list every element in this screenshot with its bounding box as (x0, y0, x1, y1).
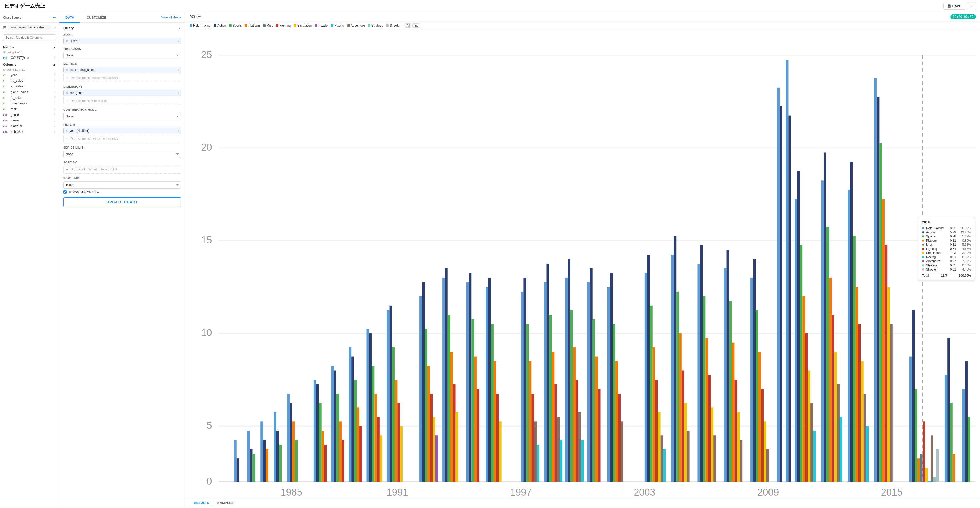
legend-dot (315, 24, 317, 27)
legend-item-simulation[interactable]: Simulation (294, 24, 312, 27)
svg-rect-127 (671, 254, 674, 482)
dimensions-remove-btn[interactable]: ✕ (66, 91, 68, 95)
svg-rect-140 (713, 435, 716, 482)
columns-section-header[interactable]: Columns ▲ (0, 61, 59, 67)
svg-rect-203 (950, 403, 953, 482)
metrics-field-tag[interactable]: ✕ f(x) SUM(jp_sales) › (64, 67, 181, 73)
col-drag-handle[interactable]: ⠿ (54, 79, 56, 83)
time-grain-select[interactable]: None (64, 52, 181, 59)
svg-rect-118 (620, 421, 623, 482)
tooltip-row-pct: 42.26% (958, 230, 971, 234)
svg-rect-108 (587, 282, 590, 482)
legend-item-sports[interactable]: Sports (229, 24, 242, 27)
toggle-inv-btn[interactable]: Inv (412, 24, 420, 27)
svg-rect-134 (697, 264, 700, 482)
col-drag-handle[interactable]: ⠿ (54, 118, 56, 122)
dimensions-drop-zone[interactable]: ＋ Drop columns here or click (64, 97, 181, 105)
legend-item-puzzle[interactable]: Puzzle (315, 24, 328, 27)
legend-item-roleplaying[interactable]: Role-Playing (189, 24, 211, 27)
row-limit-select[interactable]: 10000 (64, 181, 181, 189)
svg-rect-145 (735, 380, 737, 482)
col-drag-handle[interactable]: ⠿ (54, 96, 56, 99)
col-drag-handle[interactable]: ⠿ (54, 90, 56, 94)
legend-item-shooter[interactable]: Shooter (386, 24, 401, 27)
filters-field-tag[interactable]: ✕ year (No filter) › (64, 128, 181, 134)
col-drag-handle[interactable]: ⠿ (54, 73, 56, 77)
column-item-name[interactable]: abc name ⠿ (0, 118, 59, 123)
tab-customize[interactable]: CUSTOMIZE (80, 13, 112, 23)
metric-item-count[interactable]: f(x) COUNT(*) ⚙ ⠿ (0, 55, 59, 61)
col-drag-handle[interactable]: ⠿ (54, 130, 56, 134)
svg-rect-143 (729, 301, 732, 482)
more-button[interactable]: ⋯ (967, 2, 976, 10)
column-item-rank[interactable]: # rank ⠿ (0, 106, 59, 112)
collapse-icon[interactable]: ⇤ (52, 15, 56, 20)
dimensions-field-tag[interactable]: ✕ abc genre › (64, 90, 181, 96)
tab-data[interactable]: DATA (59, 13, 80, 23)
svg-rect-27 (263, 440, 266, 482)
svg-rect-113 (608, 287, 610, 482)
metric-drag-handle[interactable]: ⠿ (54, 56, 56, 59)
dataset-more-icon[interactable]: ⋯ (52, 26, 56, 29)
column-item-eu_sales[interactable]: # eu_sales ⠿ (0, 83, 59, 89)
search-input[interactable] (3, 34, 56, 41)
svg-rect-32 (287, 393, 290, 482)
columns-list: ⊙ year ⠿ # na_sales ⠿ # eu_sales ⠿ # glo… (0, 72, 59, 134)
col-drag-handle[interactable]: ⠿ (54, 85, 56, 88)
update-chart-button[interactable]: UPDATE CHART (64, 197, 181, 207)
view-all-link[interactable]: View all charts (157, 13, 185, 22)
svg-rect-122 (652, 347, 655, 482)
dimensions-type-icon: abc (70, 91, 74, 94)
metrics-remove-btn[interactable]: ✕ (66, 68, 68, 72)
tooltip-total-label: Total (922, 274, 929, 278)
expand-icon[interactable]: ⌄ (973, 501, 976, 505)
legend-item-racing[interactable]: Racing (331, 24, 344, 27)
contribution-select[interactable]: None (64, 113, 181, 120)
sort-by-drop-zone[interactable]: ＋ Drop a column/metric here or click (64, 166, 181, 174)
metrics-section-header[interactable]: Metrics ▲ (0, 43, 59, 50)
col-drag-handle[interactable]: ⠿ (54, 124, 56, 128)
save-button[interactable]: SAVE (943, 3, 965, 10)
filters-drop-zone[interactable]: ＋ Drop columns/metrics here or click (64, 135, 181, 143)
svg-rect-119 (644, 273, 647, 482)
col-drag-handle[interactable]: ⠿ (54, 107, 56, 111)
svg-rect-43 (336, 393, 339, 482)
legend-item-action[interactable]: Action (214, 24, 226, 27)
legend-item-adventure[interactable]: Adventure (347, 24, 365, 27)
column-item-year[interactable]: ⊙ year ⠿ (0, 72, 59, 78)
bottom-tab-results[interactable]: RESULTS (189, 499, 213, 507)
column-item-other_sales[interactable]: # other_sales ⠿ (0, 101, 59, 106)
svg-rect-159 (805, 334, 808, 482)
series-limit-select[interactable]: None (64, 150, 181, 158)
metrics-drop-zone[interactable]: ＋ Drop columns/metrics here or click (64, 74, 181, 82)
svg-rect-83 (491, 324, 493, 482)
svg-text:5: 5 (207, 420, 212, 431)
filters-remove-btn[interactable]: ✕ (66, 129, 68, 133)
xaxis-field-tag[interactable]: ✕ ⊙ year › (64, 38, 181, 44)
column-item-na_sales[interactable]: # na_sales ⠿ (0, 78, 59, 83)
toggle-all-btn[interactable]: All (405, 24, 411, 27)
column-item-platform[interactable]: abc platform ⠿ (0, 123, 59, 129)
column-item-genre[interactable]: abc genre ⠿ (0, 112, 59, 118)
svg-rect-180 (788, 115, 791, 482)
truncate-checkbox[interactable] (64, 190, 67, 194)
col-drag-handle[interactable]: ⠿ (54, 113, 56, 117)
column-item-publisher[interactable]: abc publisher ⠿ (0, 129, 59, 134)
column-item-jp_sales[interactable]: # jp_sales ⠿ (0, 95, 59, 101)
col-drag-handle[interactable]: ⠿ (54, 102, 56, 105)
tooltip-dot (922, 260, 924, 262)
tooltip-row-pct: 4.45% (958, 268, 971, 271)
column-item-global_sales[interactable]: # global_sales ⠿ (0, 89, 59, 95)
xaxis-remove-btn[interactable]: ✕ (66, 40, 68, 43)
bottom-tab-samples[interactable]: SAMPLES (213, 499, 238, 507)
legend-item-strategy[interactable]: Strategy (368, 24, 383, 27)
legend-dot (386, 24, 389, 27)
legend-item-misc[interactable]: Misc (263, 24, 273, 27)
svg-rect-156 (797, 171, 800, 482)
tooltip-row-pct: 0.07% (958, 255, 971, 259)
dataset-name[interactable]: public.video_game_sales (8, 25, 51, 30)
query-collapse-btn[interactable]: ▲ (178, 26, 181, 30)
query-title: Query (64, 26, 74, 30)
legend-item-fighting[interactable]: Fighting (276, 24, 291, 27)
legend-item-platform[interactable]: Platform (245, 24, 260, 27)
